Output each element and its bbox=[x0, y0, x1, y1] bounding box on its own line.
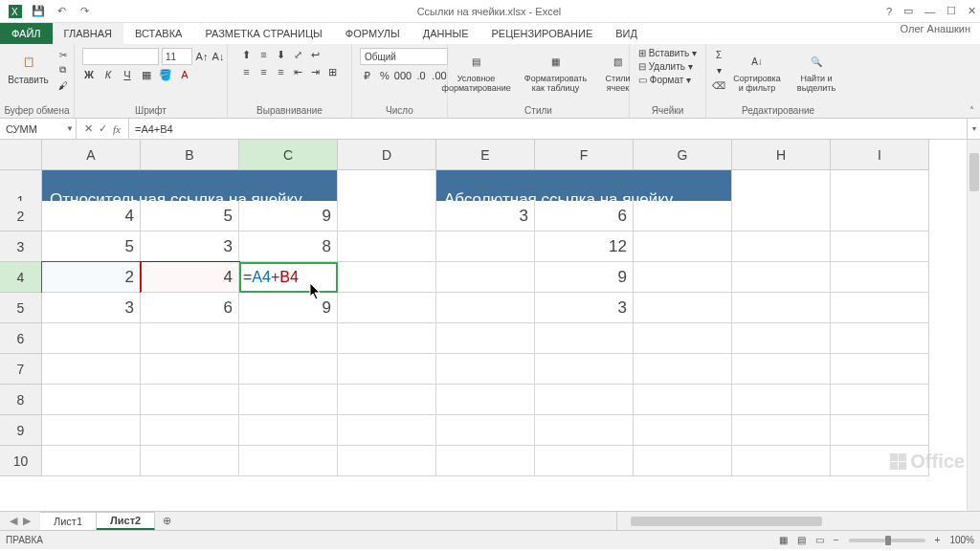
help-icon[interactable]: ? bbox=[886, 6, 892, 17]
col-B[interactable]: B bbox=[141, 140, 239, 170]
formula-input[interactable]: =A4+B4 bbox=[129, 119, 967, 139]
cell-H3[interactable] bbox=[732, 231, 831, 262]
cell-D4[interactable] bbox=[338, 262, 436, 293]
font-family-select[interactable] bbox=[82, 48, 159, 65]
fill-icon[interactable]: ▾ bbox=[712, 63, 725, 77]
add-sheet-icon[interactable]: ⊕ bbox=[155, 512, 178, 530]
indent-inc-icon[interactable]: ⇥ bbox=[309, 65, 323, 78]
sheet-nav-next-icon[interactable]: ▶ bbox=[23, 515, 31, 527]
tab-view[interactable]: ВИД bbox=[604, 23, 649, 44]
sort-filter-button[interactable]: A↓Сортировка и фильтр bbox=[729, 48, 785, 96]
view-layout-icon[interactable]: ▤ bbox=[797, 535, 806, 545]
find-select-button[interactable]: 🔍Найти и выделить bbox=[789, 48, 844, 96]
format-cell-button[interactable]: ▭ Формат ▾ bbox=[638, 75, 697, 85]
wrap-text-icon[interactable]: ↩ bbox=[309, 48, 323, 61]
tab-formulas[interactable]: ФОРМУЛЫ bbox=[334, 23, 412, 44]
col-C[interactable]: C bbox=[239, 140, 338, 170]
sheet-nav-prev-icon[interactable]: ◀ bbox=[10, 515, 17, 527]
cell-I2[interactable] bbox=[831, 201, 929, 231]
cell-F4[interactable]: 9 bbox=[535, 262, 634, 293]
row-3[interactable]: 3 bbox=[0, 231, 42, 262]
cell-I3[interactable] bbox=[831, 231, 929, 262]
cell-A2[interactable]: 4 bbox=[42, 201, 141, 231]
border-icon[interactable]: ▦ bbox=[140, 68, 153, 81]
percent-icon[interactable]: % bbox=[378, 69, 391, 82]
align-right-icon[interactable]: ≡ bbox=[275, 65, 288, 78]
cell-D5[interactable] bbox=[338, 293, 436, 323]
sheet-tab-2[interactable]: Лист2 bbox=[97, 512, 155, 530]
cell-G3[interactable] bbox=[634, 231, 732, 262]
bold-icon[interactable]: Ж bbox=[82, 68, 96, 81]
font-color-icon[interactable]: A bbox=[178, 68, 191, 81]
align-top-icon[interactable]: ⬆ bbox=[240, 48, 254, 61]
cell-C3[interactable]: 8 bbox=[239, 231, 338, 262]
cell-I5[interactable] bbox=[831, 293, 929, 323]
save-icon[interactable]: 💾 bbox=[31, 4, 46, 19]
col-A[interactable]: A bbox=[42, 140, 141, 170]
grow-font-icon[interactable]: A↑ bbox=[195, 50, 209, 63]
cell-C2[interactable]: 9 bbox=[239, 201, 338, 231]
cell-C4-editing[interactable]: =A4+B4 bbox=[239, 262, 338, 293]
delete-row-button[interactable]: ⊟ Удалить ▾ bbox=[638, 61, 697, 72]
cell-H4[interactable] bbox=[732, 262, 831, 293]
zoom-level[interactable]: 100% bbox=[949, 535, 974, 545]
indent-dec-icon[interactable]: ⇤ bbox=[292, 65, 305, 78]
cell-D2[interactable] bbox=[338, 201, 436, 231]
insert-row-button[interactable]: ⊞ Вставить ▾ bbox=[638, 48, 697, 58]
row-4[interactable]: 4 bbox=[0, 262, 42, 293]
tab-file[interactable]: ФАЙЛ bbox=[0, 23, 53, 44]
align-left-icon[interactable]: ≡ bbox=[240, 65, 254, 78]
currency-icon[interactable]: ₽ bbox=[360, 69, 373, 82]
dec-inc-icon[interactable]: .0 bbox=[414, 69, 428, 82]
ribbon-options-icon[interactable]: ▭ bbox=[903, 5, 913, 17]
cell-G5[interactable] bbox=[634, 293, 732, 323]
row-8[interactable]: 8 bbox=[0, 385, 42, 415]
align-mid-icon[interactable]: ≡ bbox=[257, 48, 271, 61]
view-break-icon[interactable]: ▭ bbox=[815, 535, 824, 545]
zoom-out-icon[interactable]: − bbox=[834, 535, 839, 545]
undo-icon[interactable]: ↶ bbox=[54, 4, 69, 19]
underline-icon[interactable]: Ч bbox=[121, 68, 134, 81]
shrink-font-icon[interactable]: A↓ bbox=[212, 50, 225, 63]
view-normal-icon[interactable]: ▦ bbox=[779, 535, 788, 545]
cell-F2[interactable]: 6 bbox=[535, 201, 634, 231]
cell-F3[interactable]: 12 bbox=[535, 231, 634, 262]
cancel-formula-icon[interactable]: ✕ bbox=[84, 122, 93, 135]
paste-button[interactable]: 📋 Вставить bbox=[4, 48, 52, 87]
cell-G2[interactable] bbox=[634, 201, 732, 231]
font-size-select[interactable]: 11 bbox=[162, 48, 192, 65]
format-painter-icon[interactable]: 🖌 bbox=[56, 78, 70, 92]
col-I[interactable]: I bbox=[831, 140, 929, 170]
orientation-icon[interactable]: ⤢ bbox=[292, 48, 305, 61]
cell-B2[interactable]: 5 bbox=[141, 201, 239, 231]
row-7[interactable]: 7 bbox=[0, 354, 42, 385]
zoom-slider[interactable] bbox=[849, 539, 925, 542]
close-icon[interactable]: ✕ bbox=[968, 5, 976, 17]
cell-F5[interactable]: 3 bbox=[535, 293, 634, 323]
cell-H2[interactable] bbox=[732, 201, 831, 231]
sheet-tab-1[interactable]: Лист1 bbox=[40, 512, 97, 530]
namebox-dropdown-icon[interactable]: ▼ bbox=[66, 124, 74, 133]
cell-H5[interactable] bbox=[732, 293, 831, 323]
cell-A5[interactable]: 3 bbox=[42, 293, 141, 323]
align-bot-icon[interactable]: ⬇ bbox=[275, 48, 288, 61]
cell-D3[interactable] bbox=[338, 231, 436, 262]
cell-C5[interactable]: 9 bbox=[239, 293, 338, 323]
cell-E5[interactable] bbox=[436, 293, 535, 323]
col-D[interactable]: D bbox=[338, 140, 436, 170]
row-2[interactable]: 2 bbox=[0, 201, 42, 231]
row-10[interactable]: 10 bbox=[0, 446, 42, 476]
minimize-icon[interactable]: — bbox=[924, 6, 935, 17]
vertical-scrollbar[interactable] bbox=[967, 140, 980, 511]
align-center-icon[interactable]: ≡ bbox=[257, 65, 271, 78]
tab-review[interactable]: РЕЦЕНЗИРОВАНИЕ bbox=[479, 23, 604, 44]
row-9[interactable]: 9 bbox=[0, 415, 42, 446]
cell-B3[interactable]: 3 bbox=[141, 231, 239, 262]
name-box[interactable]: СУММ▼ bbox=[0, 119, 77, 139]
cell-E2[interactable]: 3 bbox=[436, 201, 535, 231]
col-F[interactable]: F bbox=[535, 140, 634, 170]
accept-formula-icon[interactable]: ✓ bbox=[99, 122, 107, 135]
cell-B5[interactable]: 6 bbox=[141, 293, 239, 323]
collapse-ribbon-icon[interactable]: ˄ bbox=[969, 105, 974, 116]
copy-icon[interactable]: ⧉ bbox=[56, 63, 70, 77]
